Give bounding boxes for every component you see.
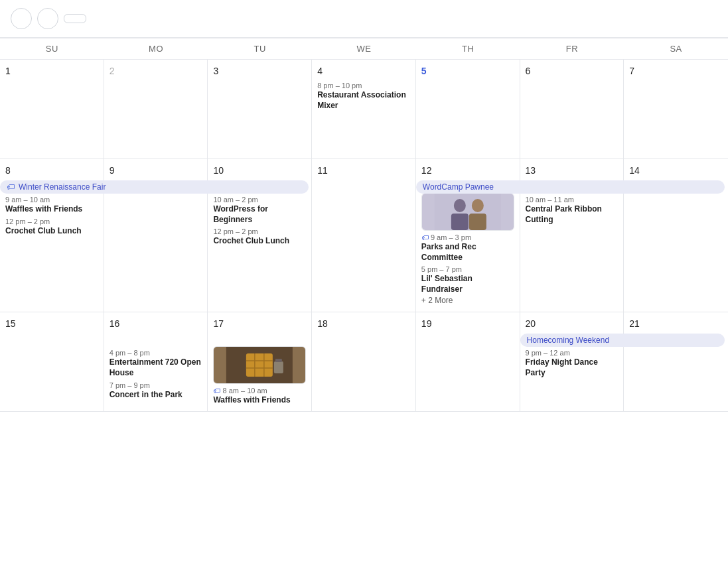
day-cell-1: 1 <box>0 60 104 158</box>
day-number[interactable]: 18 <box>317 318 328 329</box>
svg-rect-11 <box>274 361 283 373</box>
calendar-header <box>0 0 728 38</box>
day-number[interactable]: 3 <box>213 66 218 76</box>
event-title[interactable]: Restaurant Association Mixer <box>317 90 410 111</box>
event-title[interactable]: Crochet Club Lunch <box>213 236 306 247</box>
event-title[interactable]: Waffles with Friends <box>5 204 98 215</box>
flag-icon: 🏷 <box>421 233 429 241</box>
day-number[interactable]: 8 <box>5 165 11 176</box>
spanning-event[interactable]: 🏷Winter Renaissance Fair <box>0 180 309 194</box>
day-cell-16: 164 pm – 8 pmEntertainment 720 Open Hous… <box>104 312 208 411</box>
event-time: 9 pm – 12 am <box>526 349 619 357</box>
day-number[interactable]: 12 <box>421 165 432 176</box>
event-image <box>214 347 305 383</box>
day-header-sa: SA <box>624 38 728 59</box>
event-title[interactable]: WordPress for Beginners <box>213 204 306 225</box>
day-cell-15: 15 <box>0 312 104 411</box>
event-image-container[interactable] <box>421 193 514 231</box>
day-number[interactable]: 1 <box>5 66 11 76</box>
day-headers-row: SUMOTUWETHFRSA <box>0 38 728 60</box>
day-cell-18: 18 <box>312 312 416 411</box>
event-title[interactable]: Central Park Ribbon Cutting <box>526 204 619 225</box>
week-row-week1: 12348 pm – 10 pmRestaurant Association M… <box>0 60 728 159</box>
day-header-mo: MO <box>104 38 208 59</box>
day-header-tu: TU <box>208 38 312 59</box>
day-number[interactable]: 16 <box>109 318 120 329</box>
day-number[interactable]: 4 <box>317 66 323 76</box>
next-button[interactable] <box>37 8 58 29</box>
prev-button[interactable] <box>11 8 32 29</box>
day-number[interactable]: 2 <box>109 66 115 76</box>
more-events-link[interactable]: + 2 More <box>421 294 514 306</box>
day-number[interactable]: 21 <box>629 318 640 329</box>
week-row-week3: Homecoming Weekend15164 pm – 8 pmEnterta… <box>0 312 728 412</box>
event-title[interactable]: Parks and Rec Committee <box>421 242 514 263</box>
day-cell-2: 2 <box>104 60 208 158</box>
day-cell-17: 17 🏷 8 am – 1 <box>208 312 312 411</box>
event-title[interactable]: Concert in the Park <box>109 390 202 401</box>
event-image <box>422 194 514 230</box>
event-time: 10 am – 11 am <box>526 196 619 204</box>
spanning-event[interactable]: WordCamp Pawnee <box>416 180 725 194</box>
event-time: 🏷 8 am – 10 am <box>213 387 306 395</box>
day-number[interactable]: 14 <box>629 165 640 176</box>
event-time: 4 pm – 8 pm <box>109 349 202 357</box>
day-header-we: WE <box>312 38 416 59</box>
svg-point-1 <box>454 199 466 212</box>
day-cell-20: 209 pm – 12 amFriday Night Dance Party <box>520 312 624 411</box>
day-number[interactable]: 17 <box>213 318 224 329</box>
day-number[interactable]: 15 <box>5 318 16 329</box>
day-number[interactable]: 13 <box>526 165 536 176</box>
day-header-su: SU <box>0 38 104 59</box>
day-cell-21: 21 <box>624 312 728 411</box>
svg-rect-4 <box>469 214 486 230</box>
calendar-grid: SUMOTUWETHFRSA 12348 pm – 10 pmRestauran… <box>0 38 728 412</box>
day-cell-7: 7 <box>624 60 728 158</box>
event-title[interactable]: Entertainment 720 Open House <box>109 357 202 378</box>
day-number[interactable]: 5 <box>421 66 427 76</box>
flag-icon: 🏷 <box>213 387 220 395</box>
event-time: 7 pm – 9 pm <box>109 381 202 389</box>
day-number[interactable]: 19 <box>421 318 432 329</box>
svg-point-3 <box>472 199 484 212</box>
day-header-th: TH <box>416 38 520 59</box>
calendar-body: 12348 pm – 10 pmRestaurant Association M… <box>0 60 728 412</box>
event-time: 10 am – 2 pm <box>213 196 306 204</box>
svg-rect-6 <box>246 353 273 377</box>
event-time: 12 pm – 2 pm <box>5 218 98 225</box>
day-number[interactable]: 7 <box>629 66 634 76</box>
day-header-fr: FR <box>520 38 624 59</box>
day-number[interactable]: 6 <box>526 66 531 76</box>
spanning-event[interactable]: Homecoming Weekend <box>520 334 725 347</box>
day-number[interactable]: 9 <box>109 165 115 176</box>
day-number[interactable]: 20 <box>526 318 536 329</box>
event-time: 🏷 9 am – 3 pm <box>421 233 514 241</box>
flag-icon: 🏷 <box>7 182 15 192</box>
today-button[interactable] <box>64 14 86 23</box>
day-number[interactable]: 11 <box>317 165 328 176</box>
event-title[interactable]: Friday Night Dance Party <box>526 357 619 378</box>
event-title[interactable]: Waffles with Friends <box>213 395 306 406</box>
day-cell-19: 19 <box>416 312 520 411</box>
day-cell-6: 6 <box>520 60 624 158</box>
day-cell-5: 5 <box>416 60 520 158</box>
svg-rect-2 <box>451 214 469 230</box>
event-time: 8 pm – 10 pm <box>317 82 410 90</box>
event-time: 9 am – 10 am <box>5 196 98 204</box>
day-cell-4: 48 pm – 10 pmRestaurant Association Mixe… <box>312 60 416 158</box>
week-row-week2: 🏷Winter Renaissance FairWordCamp Pawnee8… <box>0 159 728 312</box>
event-title[interactable]: Crochet Club Lunch <box>5 226 98 237</box>
svg-rect-12 <box>275 359 282 362</box>
day-cell-11: 11 <box>312 159 416 312</box>
day-number[interactable]: 10 <box>213 165 224 176</box>
event-title[interactable]: Lil' Sebastian Fundraiser <box>421 274 514 294</box>
event-time: 12 pm – 2 pm <box>213 227 306 235</box>
day-cell-3: 3 <box>208 60 312 158</box>
event-image-container[interactable] <box>213 346 306 384</box>
event-time: 5 pm – 7 pm <box>421 265 514 273</box>
